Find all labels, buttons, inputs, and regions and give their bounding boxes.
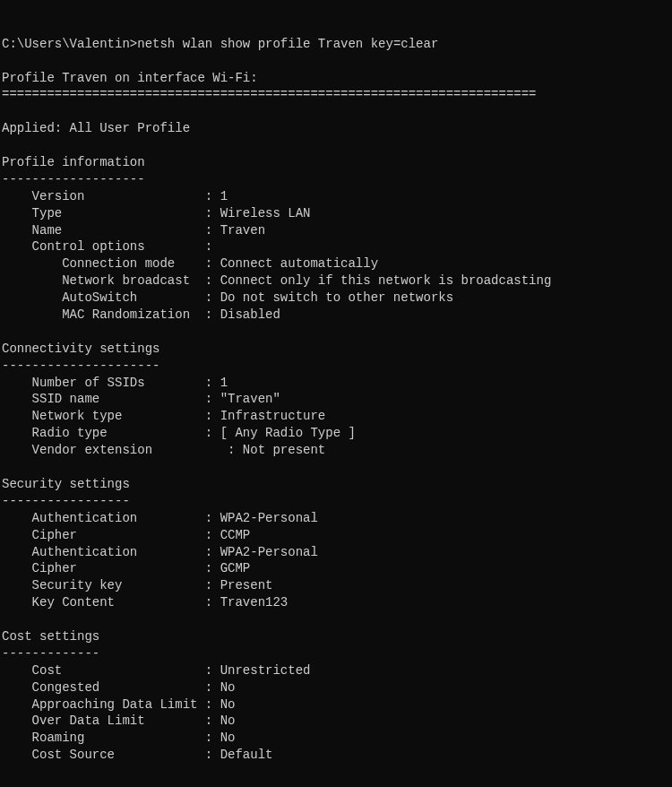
cost-line: Cost : Unrestricted xyxy=(2,663,310,678)
congested-line: Congested : No xyxy=(2,680,235,695)
type-line: Type : Wireless LAN xyxy=(2,206,310,221)
connection-mode-line: Connection mode : Connect automatically xyxy=(2,256,378,271)
authentication-line-2: Authentication : WPA2-Personal xyxy=(2,545,318,559)
dash-divider: ------------- xyxy=(2,646,99,661)
cost-source-line: Cost Source : Default xyxy=(2,748,272,762)
mac-randomization-line: MAC Randomization : Disabled xyxy=(2,307,280,322)
dash-divider: --------------------- xyxy=(2,359,159,373)
control-options-line: Control options : xyxy=(2,239,212,254)
connectivity-header: Connectivity settings xyxy=(2,342,159,356)
autoswitch-line: AutoSwitch : Do not switch to other netw… xyxy=(2,290,453,305)
cipher-line-1: Cipher : CCMP xyxy=(2,528,250,542)
cost-header: Cost settings xyxy=(2,629,99,644)
security-key-line: Security key : Present xyxy=(2,578,272,592)
network-type-line: Network type : Infrastructure xyxy=(2,409,325,423)
key-content-line: Key Content : Traven123 xyxy=(2,595,288,610)
ssid-name-line: SSID name : "Traven" xyxy=(2,392,280,406)
dash-divider: ----------------- xyxy=(2,494,130,508)
num-ssids-line: Number of SSIDs : 1 xyxy=(2,376,228,390)
prompt-path: C:\Users\Valentin> xyxy=(2,37,137,51)
network-broadcast-line: Network broadcast : Connect only if this… xyxy=(2,273,551,288)
prompt-line: C:\Users\Valentin>netsh wlan show profil… xyxy=(2,37,438,51)
command-text: netsh wlan show profile Traven key=clear xyxy=(137,37,438,51)
over-limit-line: Over Data Limit : No xyxy=(2,713,235,728)
security-header: Security settings xyxy=(2,477,130,491)
vendor-extension-line: Vendor extension : Not present xyxy=(2,443,325,457)
applied-line: Applied: All User Profile xyxy=(2,121,190,135)
roaming-line: Roaming : No xyxy=(2,731,235,745)
terminal-output: C:\Users\Valentin>netsh wlan show profil… xyxy=(2,36,670,764)
name-line: Name : Traven xyxy=(2,223,265,238)
version-line: Version : 1 xyxy=(2,189,228,203)
equals-divider: ========================================… xyxy=(2,87,537,101)
dash-divider: ------------------- xyxy=(2,172,145,186)
approaching-line: Approaching Data Limit : No xyxy=(2,697,235,712)
profile-info-header: Profile information xyxy=(2,155,145,169)
profile-header: Profile Traven on interface Wi-Fi: xyxy=(2,71,258,85)
authentication-line-1: Authentication : WPA2-Personal xyxy=(2,511,318,525)
radio-type-line: Radio type : [ Any Radio Type ] xyxy=(2,426,356,440)
cipher-line-2: Cipher : GCMP xyxy=(2,561,250,575)
